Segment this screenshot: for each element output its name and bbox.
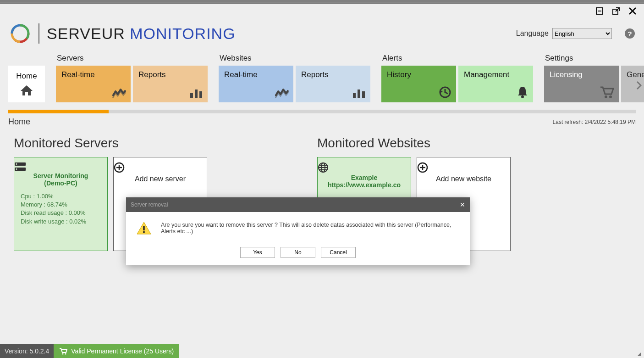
nav-group-alerts: Alerts [381,54,533,63]
stat-disk-read: Disk read usage : 0.00% [21,209,101,217]
nav-servers-realtime[interactable]: Real-time [56,66,131,102]
svg-point-18 [605,95,607,98]
cart-icon [59,347,67,355]
last-refresh: Last refresh: 2/4/2022 5:48:19 PM [553,119,636,125]
svg-point-39 [65,353,66,354]
nav-alerts-history[interactable]: History [381,66,456,102]
brand-text-left: SERVEUR [47,25,130,42]
dialog-message: Are you sure you want to remove this ser… [161,222,460,235]
dialog-no-button[interactable]: No [281,247,315,258]
dialog-title: Server removal [131,201,168,208]
stat-disk-write: Disk write usage : 0.02% [21,218,101,226]
resize-grip[interactable]: ◢ [179,344,644,358]
server-icon [14,162,107,171]
home-icon [20,84,33,96]
close-button[interactable] [627,6,638,16]
svg-point-19 [609,95,612,98]
brand-text-right: MONITORING [130,25,235,42]
plus-icon [417,162,510,173]
realtime-icon [275,88,289,99]
nav-home[interactable]: Home [8,66,45,102]
nav-websites-reports[interactable]: Reports [296,66,370,102]
add-server-label: Add new server [114,175,207,183]
nav-settings-licensing[interactable]: Licensing [544,66,619,102]
language-select[interactable]: English [552,28,612,39]
bell-icon [517,86,528,99]
nav-scroll-right[interactable] [635,76,643,95]
section-title: Monitored Websites [317,136,511,151]
section-title: Monitored Servers [14,136,207,151]
language-label: Language [516,29,549,38]
stat-memory: Memory : 68.74% [21,201,101,209]
svg-rect-13 [353,93,356,98]
page-title: Home [8,117,30,127]
server-removal-dialog: Server removal ✕ Are you sure you want t… [126,197,470,265]
logo-icon [9,22,31,45]
warning-icon [136,221,152,235]
nav-group-servers: Servers [56,54,208,63]
help-button[interactable]: ? [625,28,635,39]
nav-progress [8,110,636,113]
bar-chart-icon [189,88,203,99]
svg-rect-11 [195,90,198,98]
nav-alerts-management[interactable]: Management [458,66,533,102]
svg-point-38 [62,353,64,354]
history-icon [438,86,451,99]
nav-websites-realtime[interactable]: Real-time [219,66,293,102]
svg-rect-15 [362,91,365,98]
brand: SERVEUR MONITORING [9,22,236,45]
minimize-button[interactable] [594,6,605,16]
dialog-yes-button[interactable]: Yes [240,247,275,258]
svg-rect-12 [199,91,202,98]
svg-point-17 [521,95,524,98]
svg-rect-10 [190,93,193,98]
status-version: Version: 5.0.2.4 [0,344,54,358]
status-license[interactable]: Valid Permanent License (25 Users) [54,344,179,358]
svg-rect-37 [143,231,144,233]
nav-servers-reports[interactable]: Reports [133,66,208,102]
svg-point-23 [16,168,17,170]
website-card-url: https://www.example.co [318,181,411,189]
nav-group-websites: Websites [219,54,370,63]
dialog-cancel-button[interactable]: Cancel [321,247,356,258]
svg-rect-14 [358,90,360,98]
cart-icon [600,86,614,99]
server-card[interactable]: Server Monitoring (Demo-PC) Cpu : 1.00% … [14,157,108,251]
svg-rect-36 [143,226,144,230]
plus-icon [114,162,207,173]
nav-group-settings: Settings [544,54,644,63]
server-card-name: Server Monitoring (Demo-PC) [14,172,107,187]
add-website-label: Add new website [417,175,510,183]
dialog-close-button[interactable]: ✕ [460,201,465,208]
window-controls [0,4,644,18]
svg-point-22 [16,163,17,165]
globe-icon [318,162,411,173]
website-card-name: Example [318,174,411,181]
stat-cpu: Cpu : 1.00% [21,192,101,201]
realtime-icon [112,88,126,99]
bar-chart-icon [352,88,366,99]
open-external-button[interactable] [611,6,621,16]
